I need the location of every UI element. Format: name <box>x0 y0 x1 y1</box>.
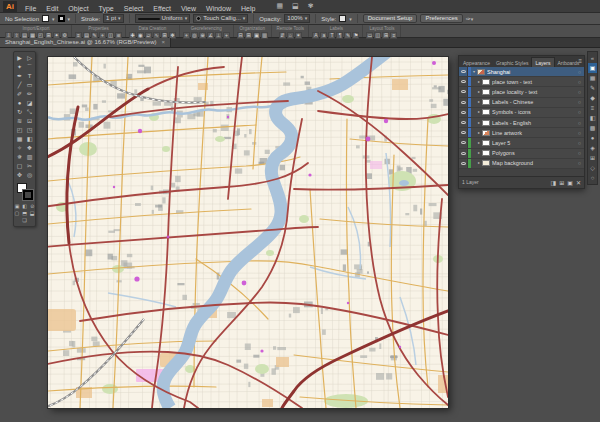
menu-select[interactable]: Select <box>119 5 148 12</box>
menu-edit[interactable]: Edit <box>41 5 63 12</box>
tool-magic-wand[interactable]: ✦ <box>15 63 25 72</box>
draw-behind-button[interactable]: ⬒ <box>22 210 27 217</box>
layer-row-place-town-text[interactable]: ▸place town - text○ <box>459 77 584 87</box>
menu-window[interactable]: Window <box>201 5 236 12</box>
tool-perspective-grid[interactable]: ◳ <box>25 126 35 135</box>
stroke-weight-field[interactable]: 1 pt▾ <box>103 14 124 23</box>
tool-symbol-sprayer[interactable]: ✵ <box>15 153 25 162</box>
labels-tool-1-icon[interactable]: A <box>312 32 319 39</box>
tool-line-segment[interactable]: ╱ <box>15 81 25 90</box>
labels-tool-3-icon[interactable]: T <box>328 32 335 39</box>
target-circle-icon[interactable]: ○ <box>575 109 584 115</box>
none-button[interactable]: ⊘ <box>30 203 34 210</box>
layer-row-place-locality-text[interactable]: ▸place locality - text○ <box>459 87 584 97</box>
new-layer-icon[interactable]: ▣ <box>567 179 573 186</box>
tool-direct-selection[interactable]: ▷ <box>25 54 35 63</box>
tool-width[interactable]: ≋ <box>15 117 25 126</box>
tool-rectangle[interactable]: ▭ <box>25 81 35 90</box>
layer-row-labels-chinese[interactable]: ▸Labels - Chinese○ <box>459 98 584 108</box>
dock-collapse-panels-icon[interactable]: « <box>588 53 597 63</box>
artboard[interactable] <box>48 57 448 408</box>
georeferencing-tool-5-icon[interactable]: ⊥ <box>215 32 222 39</box>
georeferencing-tool-4-icon[interactable]: ∡ <box>207 32 214 39</box>
menu-type[interactable]: Type <box>94 5 119 12</box>
tool-selection[interactable]: ▶ <box>15 54 25 63</box>
draw-normal-button[interactable]: ▢ <box>14 210 19 217</box>
style-swatch[interactable] <box>339 15 346 22</box>
stroke-color-swatch[interactable] <box>58 15 65 22</box>
layer-row-shanghai[interactable]: ▾Shanghai○ <box>459 67 584 77</box>
remote-tools-tool-1-icon[interactable]: ⇵ <box>279 32 286 39</box>
georeferencing-tool-3-icon[interactable]: ⊕ <box>199 32 206 39</box>
target-circle-icon[interactable]: ○ <box>575 150 584 156</box>
tool-gradient[interactable]: ◧ <box>25 135 35 144</box>
layout-tools-tool-2-icon[interactable]: ◫ <box>374 32 381 39</box>
app-badge-icon[interactable]: ✾ <box>308 0 314 12</box>
visibility-toggle[interactable] <box>459 77 468 86</box>
make-clip-mask-icon[interactable]: ◨ <box>551 179 557 186</box>
remote-tools-tool-2-icon[interactable]: ⌂ <box>287 32 294 39</box>
dock-transparency-icon[interactable]: ▩ <box>588 123 597 133</box>
visibility-toggle[interactable] <box>459 159 468 168</box>
brush-dropdown[interactable]: Touch Callig...▾ <box>193 14 248 23</box>
dock-appearance-icon[interactable]: ● <box>588 133 597 143</box>
labels-tool-2-icon[interactable]: a <box>320 32 327 39</box>
layout-tools-tool-1-icon[interactable]: ▭ <box>366 32 373 39</box>
visibility-toggle[interactable] <box>459 108 468 117</box>
labels-tool-4-icon[interactable]: ¶ <box>336 32 343 39</box>
layer-row-map-background[interactable]: ▸Map background○ <box>459 159 584 169</box>
visibility-toggle[interactable] <box>459 128 468 137</box>
dock-pathfinder-icon[interactable]: ◇ <box>588 163 597 173</box>
tool-pen[interactable]: ✒ <box>15 72 25 81</box>
layer-row-layer-5[interactable]: ▸Layer 5○ <box>459 138 584 148</box>
fill-color-swatch[interactable] <box>42 15 49 22</box>
tool-mesh[interactable]: ▦ <box>15 135 25 144</box>
target-circle-icon[interactable]: ○ <box>575 69 584 75</box>
stroke-swatch[interactable] <box>23 190 33 200</box>
style-caret-icon[interactable]: ▾ <box>349 16 352 22</box>
dock-align-icon[interactable]: ⊞ <box>588 153 597 163</box>
menu-object[interactable]: Object <box>63 5 93 12</box>
dock-symbols-icon[interactable]: ◆ <box>588 93 597 103</box>
menu-file[interactable]: File <box>20 5 41 12</box>
fill-caret-icon[interactable]: ▾ <box>52 16 55 22</box>
visibility-toggle[interactable] <box>459 98 468 107</box>
layer-row-labels-english[interactable]: ▸Labels - English○ <box>459 118 584 128</box>
georeferencing-tool-1-icon[interactable]: ⌖ <box>183 32 190 39</box>
menu-effect[interactable]: Effect <box>148 5 176 12</box>
screen-mode-button[interactable]: ❏ <box>22 217 26 224</box>
tool-hand[interactable]: ✥ <box>15 171 25 180</box>
dock-brushes-icon[interactable]: ✎ <box>588 83 597 93</box>
draw-inside-button[interactable]: ⬓ <box>30 210 35 217</box>
panel-tab-graphic-styles[interactable]: Graphic Styles <box>493 58 532 67</box>
labels-tool-6-icon[interactable]: ⚑ <box>352 32 359 39</box>
layer-row-line-artwork[interactable]: ▸Line artwork○ <box>459 128 584 138</box>
menu-help[interactable]: Help <box>236 5 260 12</box>
tool-blend[interactable]: ❖ <box>25 144 35 153</box>
organization-tool-3-icon[interactable]: ▣ <box>253 32 260 39</box>
organization-tool-4-icon[interactable]: ▥ <box>261 32 268 39</box>
labels-tool-5-icon[interactable]: ✎ <box>344 32 351 39</box>
preferences-button[interactable]: Preferences <box>420 14 462 23</box>
visibility-toggle[interactable] <box>459 138 468 147</box>
target-circle-icon[interactable]: ○ <box>575 120 584 126</box>
dock-navigator-icon[interactable]: ○ <box>588 173 597 183</box>
shanghai-map-canvas[interactable] <box>48 57 448 408</box>
menu-view[interactable]: View <box>176 5 201 12</box>
organization-tool-2-icon[interactable]: ⊞ <box>245 32 252 39</box>
target-circle-icon[interactable]: ○ <box>575 99 584 105</box>
georeferencing-tool-2-icon[interactable]: ◎ <box>191 32 198 39</box>
target-circle-icon[interactable]: ○ <box>575 140 584 146</box>
new-sublayer-icon[interactable]: ⊞ <box>559 179 564 186</box>
tool-zoom[interactable]: ◎ <box>25 171 35 180</box>
workspace-tools-icon[interactable]: ✑▾ <box>466 15 474 22</box>
tool-eraser[interactable]: ◪ <box>25 99 35 108</box>
pasteboard[interactable]: ▶▷✦⌒✒T╱▭✐✏●◪↻⤡≋⊡◰◳▦◧✧❖✵▥▢✂✥◎ ▣◧⊘ ▢⬒⬓ ❏ <box>0 48 600 422</box>
stroke-caret-icon[interactable]: ▾ <box>68 16 71 22</box>
layout-tools-tool-3-icon[interactable]: ⊞ <box>382 32 389 39</box>
tool-rotate[interactable]: ↻ <box>15 108 25 117</box>
close-tab-icon[interactable]: × <box>162 38 166 47</box>
dock-stroke-icon[interactable]: ≡ <box>588 103 597 113</box>
panel-tab-layers[interactable]: Layers <box>531 57 554 67</box>
target-circle-icon[interactable]: ○ <box>575 130 584 136</box>
